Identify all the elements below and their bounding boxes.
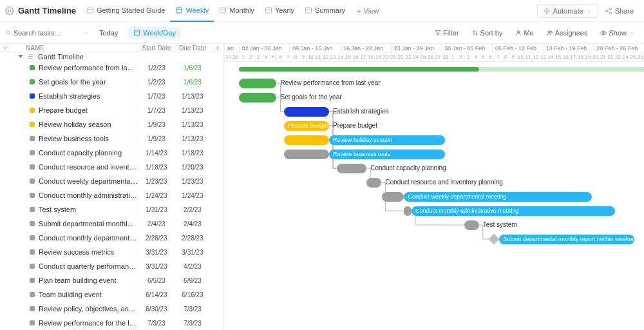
- tab-yearly[interactable]: Yearly: [260, 0, 299, 22]
- task-row[interactable]: Review business tools1/9/231/13/23: [0, 131, 223, 146]
- gantt-bar-extension[interactable]: Conduct weekly departmental meeting: [404, 192, 592, 202]
- task-due: 1/13/23: [175, 135, 211, 142]
- gantt-bar[interactable]: [404, 206, 412, 216]
- gantt-bar-label: Conduct resource and inventory planning: [386, 179, 503, 186]
- column-start[interactable]: Start Date: [138, 44, 175, 52]
- show-button[interactable]: Show: [596, 29, 639, 37]
- task-row[interactable]: Establish strategies1/7/231/13/23: [0, 89, 223, 103]
- gantt-bar-extension[interactable]: Conduct monthly administrative meeting: [412, 206, 615, 216]
- task-row[interactable]: Conduct monthly administrative m...1/24/…: [0, 188, 223, 202]
- task-start: 1/7/23: [138, 93, 175, 100]
- task-row[interactable]: Conduct capacity planning1/14/231/18/23: [0, 146, 223, 160]
- task-due: 2/28/23: [175, 235, 211, 242]
- day-header: 2: [247, 53, 254, 61]
- task-name: Review holiday season: [39, 121, 111, 128]
- task-name: Test system: [39, 206, 76, 213]
- gantt-bar[interactable]: Submit departmental monthly report (with…: [499, 235, 634, 244]
- task-name: Review business tools: [39, 135, 109, 142]
- tab-monthly[interactable]: Monthly: [214, 0, 260, 22]
- day-header: 13: [329, 53, 337, 61]
- search-input[interactable]: [14, 29, 81, 37]
- day-header: 16: [352, 53, 359, 61]
- page-title: Gantt Timeline: [18, 6, 76, 15]
- task-name: Submit departmental monthly re...: [39, 220, 138, 228]
- task-row[interactable]: Submit departmental monthly re...2/4/232…: [0, 217, 223, 231]
- task-row[interactable]: Set goals for the year1/2/231/6/23: [0, 75, 223, 89]
- task-row[interactable]: Test system1/31/232/2/23: [0, 202, 223, 217]
- task-start: 6/5/23: [138, 277, 175, 284]
- add-column-button[interactable]: [211, 44, 223, 52]
- add-view-button[interactable]: + View: [352, 7, 384, 15]
- gantt-bar-extension[interactable]: Review holiday season: [329, 135, 445, 145]
- day-header: 23: [404, 53, 412, 61]
- day-header: 15: [554, 53, 562, 61]
- day-header: 9: [509, 53, 516, 61]
- task-row[interactable]: Review performance for the last 6 ...7/3…: [0, 316, 223, 330]
- day-header: 21: [599, 53, 607, 61]
- milestone[interactable]: [489, 233, 500, 244]
- gantt-bar[interactable]: [239, 79, 276, 88]
- gantt-bar[interactable]: [284, 107, 329, 117]
- task-row[interactable]: Conduct resource and inventory pl...1/18…: [0, 160, 223, 174]
- today-button[interactable]: Today: [94, 27, 123, 39]
- assignees-button[interactable]: Assignees: [543, 29, 592, 37]
- task-row[interactable]: Conduct quarterly performance m...3/31/2…: [0, 259, 223, 273]
- gantt-bar[interactable]: [239, 93, 276, 102]
- week-header: 23 Jan - 29 Jan: [391, 44, 442, 53]
- tab-getting-started-guide[interactable]: Getting Started Guide: [81, 0, 170, 22]
- svg-point-12: [605, 10, 607, 12]
- task-start: 1/23/23: [138, 178, 175, 185]
- task-row[interactable]: Prepare budget1/7/231/13/23: [0, 103, 223, 117]
- gantt-bar[interactable]: [284, 150, 329, 159]
- gantt-bar-label: Review performance from last year: [281, 79, 381, 86]
- tab-summary[interactable]: Summary: [299, 0, 350, 22]
- gantt-bar[interactable]: [366, 178, 381, 188]
- task-row[interactable]: Review holiday season1/9/231/13/23: [0, 117, 223, 131]
- view-icon: [86, 6, 94, 14]
- task-row[interactable]: Team building event6/14/236/16/23: [0, 287, 223, 302]
- gantt-bar[interactable]: [464, 220, 479, 230]
- task-start: 1/2/23: [138, 79, 175, 86]
- day-header: 2: [457, 53, 464, 61]
- sort-button[interactable]: Sort by: [468, 29, 507, 37]
- day-header: 13: [539, 53, 547, 61]
- day-header: 15: [344, 53, 352, 61]
- task-due: 3/31/23: [175, 249, 211, 256]
- week-header: 13 Feb - 19 Feb: [543, 44, 594, 53]
- task-row[interactable]: Conduct monthly departmental m...2/28/23…: [0, 231, 223, 245]
- day-header: 18: [576, 53, 584, 61]
- task-due: 7/3/23: [175, 306, 211, 313]
- share-button[interactable]: Share: [600, 5, 639, 17]
- day-header: 28: [442, 53, 450, 61]
- week-day-button[interactable]: Week/Day: [128, 27, 181, 39]
- chevron-down-icon: [629, 30, 635, 36]
- task-start: 7/3/23: [138, 320, 175, 327]
- me-button[interactable]: Me: [511, 29, 537, 37]
- tab-weekly[interactable]: Weekly: [170, 0, 214, 22]
- gantt-bar[interactable]: [284, 135, 329, 145]
- filter-button[interactable]: Filter: [431, 29, 462, 37]
- gantt-bar-label: Establish strategies: [333, 108, 389, 115]
- task-row[interactable]: Conduct weekly departmental me...1/23/23…: [0, 174, 223, 188]
- automate-button[interactable]: Automate: [537, 4, 598, 18]
- status-dot: [30, 207, 35, 212]
- task-row[interactable]: Plan team building event6/5/236/9/23: [0, 273, 223, 287]
- gantt-bar-extension[interactable]: Review business tools: [329, 150, 445, 159]
- expand-all-icon[interactable]: [0, 44, 10, 52]
- task-row[interactable]: Review success metrics3/31/233/31/23: [0, 245, 223, 259]
- group-row[interactable]: Gantt Timeline: [0, 52, 223, 61]
- gantt-bar-label: Set goals for the year: [281, 93, 342, 101]
- gantt-bar[interactable]: Prepare budget: [284, 121, 329, 131]
- gantt-bar[interactable]: [382, 192, 404, 202]
- column-due[interactable]: Due Date: [175, 44, 211, 52]
- task-due: 1/13/23: [175, 107, 211, 114]
- task-row[interactable]: Review performance from last year1/2/231…: [0, 61, 223, 75]
- column-name[interactable]: NAME: [10, 44, 138, 52]
- task-row[interactable]: Review policy, objectives, and busi...6/…: [0, 302, 223, 316]
- gantt-bar[interactable]: [337, 164, 367, 173]
- chevron-down-icon[interactable]: [84, 30, 89, 36]
- task-name: Conduct weekly departmental me...: [39, 177, 138, 185]
- search-input-wrap[interactable]: [5, 29, 89, 37]
- day-header: 24: [412, 53, 419, 61]
- task-name: Review performance from last year: [39, 64, 138, 72]
